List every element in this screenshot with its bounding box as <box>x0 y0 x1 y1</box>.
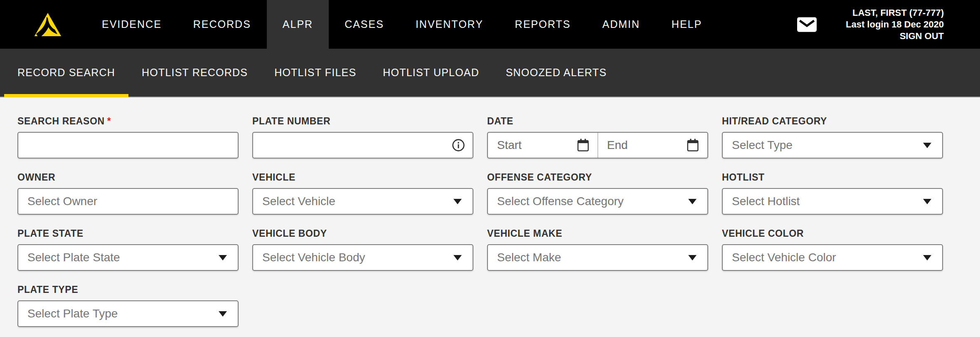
select-placeholder: Select Type <box>732 139 793 152</box>
search-reason-label: SEARCH REASON* <box>17 116 239 126</box>
plate-number-input[interactable] <box>252 132 473 159</box>
vehicle-body-label: VEHICLE BODY <box>252 228 473 239</box>
chevron-down-icon <box>453 199 462 204</box>
hotlist-select[interactable]: Select Hotlist <box>722 188 943 215</box>
tab-label: RECORD SEARCH <box>17 67 115 79</box>
axon-delta-icon <box>33 9 62 40</box>
plate-type-label: PLATE TYPE <box>17 284 239 295</box>
nav-item-alpr[interactable]: ALPR <box>267 0 329 49</box>
date-label: DATE <box>487 116 708 126</box>
field-vehicle-make: VEHICLE MAKE Select Make <box>487 228 708 271</box>
vehicle-color-select[interactable]: Select Vehicle Color <box>722 244 943 271</box>
tab-record-search[interactable]: RECORD SEARCH <box>4 49 128 97</box>
field-search-reason: SEARCH REASON* <box>17 116 239 159</box>
calendar-icon[interactable] <box>577 139 589 152</box>
nav-item-inventory[interactable]: INVENTORY <box>400 0 499 49</box>
tab-label: HOTLIST RECORDS <box>142 67 248 79</box>
search-reason-input[interactable] <box>17 132 239 159</box>
chevron-down-icon <box>453 255 462 260</box>
field-offense-category: OFFENSE CATEGORY Select Offense Category <box>487 172 708 215</box>
date-range-control: Start End <box>487 132 708 159</box>
select-placeholder: Select Hotlist <box>732 195 800 208</box>
field-hotlist: HOTLIST Select Hotlist <box>722 172 943 215</box>
tab-label: SNOOZED ALERTS <box>506 67 607 79</box>
sign-out-link[interactable]: SIGN OUT <box>900 30 944 42</box>
hotlist-label: HOTLIST <box>722 172 943 183</box>
vehicle-make-label: VEHICLE MAKE <box>487 228 708 239</box>
field-plate-type: PLATE TYPE Select Plate Type <box>17 284 239 327</box>
field-vehicle: VEHICLE Select Vehicle <box>252 172 473 215</box>
plate-type-select[interactable]: Select Plate Type <box>17 300 239 327</box>
select-placeholder: Select Offense Category <box>497 195 624 208</box>
select-placeholder: Select Plate State <box>27 251 120 264</box>
top-header: EVIDENCE RECORDS ALPR CASES INVENTORY RE… <box>0 0 980 49</box>
select-placeholder: Select Make <box>497 251 561 264</box>
offense-category-label: OFFENSE CATEGORY <box>487 172 708 183</box>
field-date: DATE Start End <box>487 116 708 159</box>
offense-category-select[interactable]: Select Offense Category <box>487 188 708 215</box>
nav-item-reports[interactable]: REPORTS <box>499 0 586 49</box>
tab-hotlist-records[interactable]: HOTLIST RECORDS <box>128 49 261 97</box>
chevron-down-icon <box>219 255 227 260</box>
field-vehicle-color: VEHICLE COLOR Select Vehicle Color <box>722 228 943 271</box>
chevron-down-icon <box>688 199 697 204</box>
select-placeholder: Select Vehicle <box>262 195 335 208</box>
tab-label: HOTLIST FILES <box>274 67 356 79</box>
plate-number-label: PLATE NUMBER <box>252 116 473 126</box>
vehicle-body-select[interactable]: Select Vehicle Body <box>252 244 473 271</box>
chevron-down-icon <box>923 143 931 148</box>
nav-item-cases[interactable]: CASES <box>329 0 400 49</box>
active-tab-indicator <box>4 94 128 97</box>
vehicle-select[interactable]: Select Vehicle <box>252 188 473 215</box>
user-info: LAST, FIRST (77-777) Last login 18 Dec 2… <box>846 0 980 49</box>
tab-label: HOTLIST UPLOAD <box>383 67 479 79</box>
nav-item-evidence[interactable]: EVIDENCE <box>86 0 177 49</box>
label-text: SEARCH REASON <box>17 116 105 126</box>
chevron-down-icon <box>923 199 931 204</box>
field-plate-state: PLATE STATE Select Plate State <box>17 228 239 271</box>
hit-read-category-label: HIT/READ CATEGORY <box>722 116 943 126</box>
calendar-icon[interactable] <box>687 139 699 152</box>
primary-nav: EVIDENCE RECORDS ALPR CASES INVENTORY RE… <box>86 0 718 49</box>
nav-item-records[interactable]: RECORDS <box>177 0 267 49</box>
vehicle-label: VEHICLE <box>252 172 473 183</box>
field-plate-number: PLATE NUMBER <box>252 116 473 159</box>
alpr-subnav: RECORD SEARCH HOTLIST RECORDS HOTLIST FI… <box>0 49 980 97</box>
record-search-form: SEARCH REASON* PLATE NUMBER DATE <box>0 97 980 327</box>
select-placeholder: Select Vehicle Color <box>732 251 836 264</box>
vehicle-color-label: VEHICLE COLOR <box>722 228 943 239</box>
field-owner: OWNER <box>17 172 239 215</box>
plate-state-label: PLATE STATE <box>17 228 239 239</box>
chevron-down-icon <box>219 311 227 317</box>
date-end-input[interactable]: End <box>598 133 708 158</box>
nav-item-help[interactable]: HELP <box>656 0 718 49</box>
date-start-placeholder: Start <box>497 139 522 152</box>
owner-label: OWNER <box>17 172 239 183</box>
select-placeholder: Select Vehicle Body <box>262 251 365 264</box>
select-placeholder: Select Plate Type <box>27 307 118 320</box>
vehicle-make-select[interactable]: Select Make <box>487 244 708 271</box>
header-spacer <box>718 0 797 49</box>
nav-item-admin[interactable]: ADMIN <box>586 0 656 49</box>
hit-read-category-select[interactable]: Select Type <box>722 132 943 159</box>
tab-hotlist-upload[interactable]: HOTLIST UPLOAD <box>369 49 492 97</box>
envelope-icon <box>797 17 817 32</box>
required-asterisk: * <box>107 116 111 126</box>
date-start-input[interactable]: Start <box>488 133 598 158</box>
plate-state-select[interactable]: Select Plate State <box>17 244 239 271</box>
field-hit-read-category: HIT/READ CATEGORY Select Type <box>722 116 943 159</box>
last-login: Last login 18 Dec 2020 <box>846 19 944 30</box>
info-icon[interactable] <box>452 139 465 152</box>
messages-button[interactable] <box>797 0 817 49</box>
user-name: LAST, FIRST (77-777) <box>852 7 944 19</box>
brand-logo[interactable] <box>0 0 86 49</box>
field-vehicle-body: VEHICLE BODY Select Vehicle Body <box>252 228 473 271</box>
date-end-placeholder: End <box>607 139 628 152</box>
tab-hotlist-files[interactable]: HOTLIST FILES <box>261 49 369 97</box>
tab-snoozed-alerts[interactable]: SNOOZED ALERTS <box>492 49 620 97</box>
chevron-down-icon <box>688 255 697 260</box>
chevron-down-icon <box>923 255 931 260</box>
owner-input[interactable] <box>17 188 239 215</box>
